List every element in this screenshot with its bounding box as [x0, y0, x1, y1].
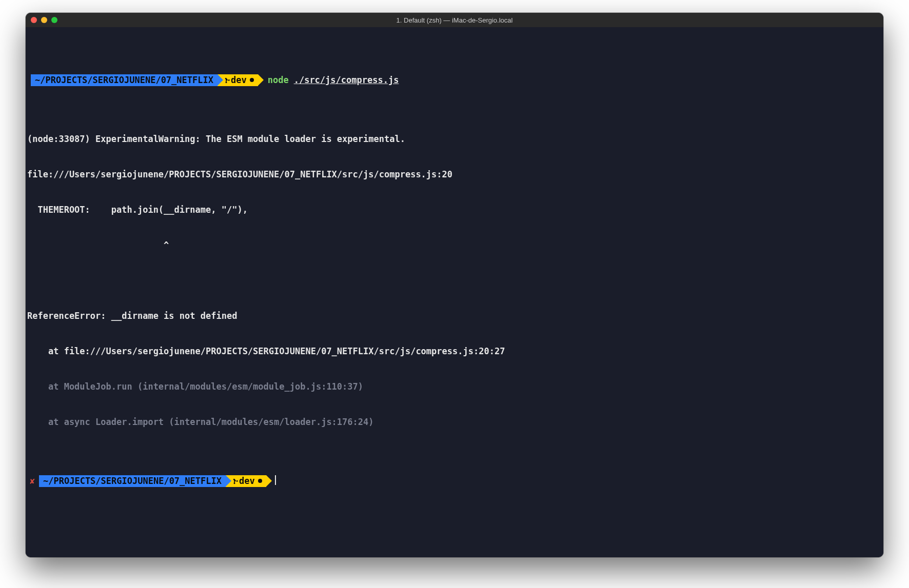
minimize-icon[interactable]	[41, 17, 47, 23]
output-line: ReferenceError: __dirname is not defined	[26, 310, 237, 322]
prompt-line: ~/PROJECTS/SERGIOJUNENE/07_NETFLIX dev n…	[31, 74, 399, 86]
dirty-dot-icon	[258, 479, 262, 483]
command-bin: node	[268, 74, 289, 86]
prompt-path-segment: ~/PROJECTS/SERGIOJUNENE/07_NETFLIX	[31, 74, 218, 86]
command: node ./src/js/compress.js	[264, 74, 399, 86]
prompt-branch: dev	[231, 74, 247, 86]
prompt-branch: dev	[239, 475, 255, 487]
terminal-output-area[interactable]: ~/PROJECTS/SERGIOJUNENE/07_NETFLIX dev n…	[26, 27, 883, 557]
git-branch-icon	[225, 77, 231, 84]
close-icon[interactable]	[31, 17, 37, 23]
traffic-lights	[31, 17, 57, 23]
chevron-right-icon	[266, 475, 272, 486]
prompt-line: ~/PROJECTS/SERGIOJUNENE/07_NETFLIX dev	[39, 475, 276, 487]
prompt-branch-segment: dev	[226, 475, 266, 487]
command-arg: ./src/js/compress.js	[289, 74, 399, 86]
output-line: THEMEROOT: path.join(__dirname, "/"),	[26, 204, 248, 216]
output-line: at file:///Users/sergiojunene/PROJECTS/S…	[26, 346, 505, 357]
output-line: at ModuleJob.run (internal/modules/esm/m…	[26, 381, 363, 393]
dirty-dot-icon	[250, 78, 254, 82]
window-titlebar[interactable]: 1. Default (zsh) — iMac-de-Sergio.local	[26, 13, 883, 27]
prompt-branch-segment: dev	[218, 74, 258, 86]
maximize-icon[interactable]	[51, 17, 57, 23]
output-line	[26, 275, 27, 287]
terminal-window: 1. Default (zsh) — iMac-de-Sergio.local …	[26, 13, 883, 557]
text-cursor[interactable]	[275, 475, 276, 485]
window-title: 1. Default (zsh) — iMac-de-Sergio.local	[26, 16, 883, 24]
git-branch-icon	[233, 478, 239, 485]
prompt-path: ~/PROJECTS/SERGIOJUNENE/07_NETFLIX	[43, 475, 222, 487]
status-error-icon: ✘	[26, 475, 39, 487]
chevron-right-icon	[258, 74, 264, 86]
prompt-path-segment: ~/PROJECTS/SERGIOJUNENE/07_NETFLIX	[39, 475, 226, 487]
chevron-right-icon	[226, 475, 231, 486]
output-line: at async Loader.import (internal/modules…	[26, 416, 374, 428]
output-line: ^	[26, 239, 169, 251]
chevron-right-icon	[218, 74, 223, 86]
output-line: (node:33087) ExperimentalWarning: The ES…	[26, 133, 405, 145]
prompt-path: ~/PROJECTS/SERGIOJUNENE/07_NETFLIX	[35, 74, 213, 86]
output-line: file:///Users/sergiojunene/PROJECTS/SERG…	[26, 169, 452, 180]
